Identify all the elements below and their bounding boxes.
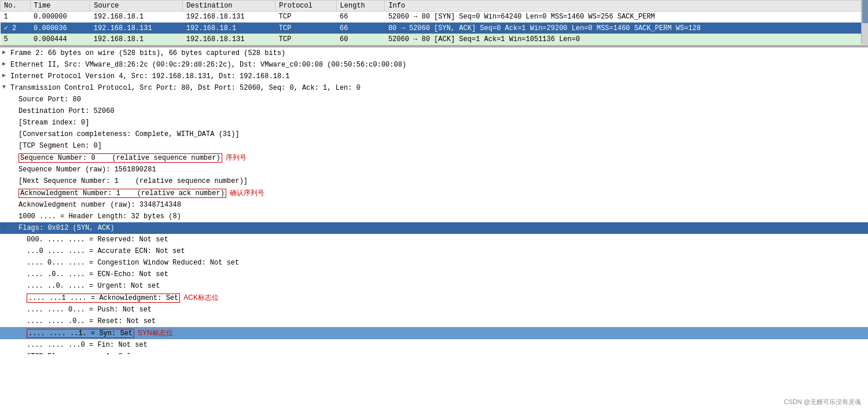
line-text: .... .... ..1. = Syn: SetSYN标志位 — [27, 328, 866, 339]
col-header-source: Source — [90, 1, 183, 12]
cell-length: 66 — [336, 12, 385, 23]
line-text: .... .0.. .... = ECN-Echo: Not set — [27, 269, 866, 280]
line-text: .... ..0. .... = Urgent: Not set — [27, 281, 866, 291]
cell-length: 66 — [336, 23, 385, 34]
table-row[interactable]: ✓ 20.000036192.168.18.131192.168.18.1TCP… — [1, 23, 869, 34]
detail-line[interactable]: Frame 2: 66 bytes on wire (528 bits), 66… — [0, 47, 868, 59]
detail-line: Destination Port: 52060 — [0, 105, 868, 117]
detail-line[interactable]: Ethernet II, Src: VMware_d8:26:2c (00:0c… — [0, 59, 868, 71]
details-panel[interactable]: Frame 2: 66 bytes on wire (528 bits), 66… — [0, 47, 868, 354]
flags-line-text: Flags: 0x012 (SYN, ACK) — [19, 223, 866, 233]
detail-line: Sequence Number: 0 (relative sequence nu… — [0, 152, 868, 164]
line-text: Sequence Number (raw): 1561890281 — [19, 164, 866, 175]
line-text: Acknowledgment Number: 1 (relative ack n… — [19, 188, 866, 199]
line-text: .... .... ...0 = Fin: Not set — [27, 340, 866, 350]
line-text: Destination Port: 52060 — [19, 106, 866, 116]
line-text: .... .... .0.. = Reset: Not set — [27, 316, 866, 326]
line-text: Acknowledgment number (raw): 3348714348 — [19, 200, 866, 210]
detail-line[interactable]: Transmission Control Protocol, Src Port:… — [0, 82, 868, 94]
syn-boxed-text: .... .... ..1. = Syn: Set — [27, 329, 134, 338]
line-text: .... ...1 .... = Acknowledgment: SetACK标… — [27, 292, 866, 303]
cell-destination: 192.168.18.1 — [183, 23, 275, 34]
detail-line[interactable]: Internet Protocol Version 4, Src: 192.16… — [0, 71, 868, 82]
line-text: Ethernet II, Src: VMware_d8:26:2c (00:0c… — [10, 60, 866, 70]
cell-info: 52060 → 80 [SYN] Seq=0 Win=64240 Len=0 M… — [385, 12, 861, 23]
cell-source: 192.168.18.1 — [90, 12, 183, 23]
cell-protocol: TCP — [275, 23, 336, 34]
table-row[interactable]: 50.000444192.168.18.1192.168.18.131TCP60… — [1, 34, 869, 45]
row-arrow: 1 — [1, 12, 31, 23]
packet-scrollbar-thumb[interactable] — [862, 0, 868, 23]
detail-line: [Stream index: 0] — [0, 117, 868, 129]
cell-info: 80 → 52060 [SYN, ACK] Seq=0 Ack=1 Win=29… — [385, 23, 861, 34]
packet-scrollbar[interactable] — [861, 0, 868, 43]
boxed-text: .... ...1 .... = Acknowledgment: Set — [27, 293, 180, 303]
cell-destination: 192.168.18.131 — [183, 34, 275, 45]
col-header-no: No. — [1, 1, 31, 12]
annotation-text: 确认序列号 — [230, 189, 264, 197]
detail-line: 1000 .... = Header Length: 32 bytes (8) — [0, 211, 868, 222]
line-text: [Next Sequence Number: 1 (relative seque… — [19, 176, 866, 186]
cell-time: 0.000000 — [30, 12, 90, 23]
line-text: Internet Protocol Version 4, Src: 192.16… — [10, 71, 866, 82]
detail-line: .... 0... .... = Congestion Window Reduc… — [0, 257, 868, 269]
col-header-info: Info — [385, 1, 861, 12]
row-arrow: 5 — [1, 34, 31, 45]
cell-protocol: TCP — [275, 12, 336, 23]
line-text: 1000 .... = Header Length: 32 bytes (8) — [19, 211, 866, 222]
boxed-text: Acknowledgment Number: 1 (relative ack n… — [19, 189, 226, 198]
table-header-row: No. Time Source Destination Protocol Len… — [1, 1, 869, 12]
detail-line: ...0 .... .... = Accurate ECN: Not set — [0, 245, 868, 257]
annotation-text: ACK标志位 — [183, 293, 219, 302]
line-text: Sequence Number: 0 (relative sequence nu… — [19, 152, 866, 163]
line-text: ...0 .... .... = Accurate ECN: Not set — [27, 246, 866, 256]
line-text: .... 0... .... = Congestion Window Reduc… — [27, 258, 866, 268]
detail-line: [Conversation completeness: Complete, WI… — [0, 129, 868, 140]
detail-line: 000. .... .... = Reserved: Not set — [0, 234, 868, 245]
line-text: Source Port: 80 — [19, 94, 866, 105]
boxed-text: Sequence Number: 0 (relative sequence nu… — [19, 153, 222, 163]
line-text: [TCP Segment Len: 0] — [19, 141, 866, 151]
detail-line: .... ..0. .... = Urgent: Not set — [0, 280, 868, 292]
watermark: CSDN @无糖可乐没有灵魂 — [784, 398, 861, 406]
line-text: Frame 2: 66 bytes on wire (528 bits), 66… — [10, 48, 866, 58]
cell-time: 0.000444 — [30, 34, 90, 45]
flags-chevron-icon — [2, 223, 10, 232]
cell-destination: 192.168.18.131 — [183, 12, 275, 23]
detail-line: [TCP Segment Len: 0] — [0, 140, 868, 152]
line-text: [TCP Flags: ·······A··S·] — [27, 351, 866, 354]
packet-table: No. Time Source Destination Protocol Len… — [0, 0, 868, 45]
col-header-length: Length — [336, 1, 385, 12]
col-header-time: Time — [30, 1, 90, 12]
line-text: Transmission Control Protocol, Src Port:… — [10, 83, 866, 93]
cell-protocol: TCP — [275, 34, 336, 45]
detail-line: [TCP Flags: ·······A··S·] — [0, 351, 868, 354]
line-text: [Stream index: 0] — [19, 118, 866, 128]
cell-time: 0.000036 — [30, 23, 90, 34]
detail-line: [Next Sequence Number: 1 (relative seque… — [0, 175, 868, 187]
detail-line: Acknowledgment number (raw): 3348714348 — [0, 199, 868, 211]
line-text: [Conversation completeness: Complete, WI… — [19, 129, 866, 140]
empty-icon — [2, 60, 10, 68]
detail-line: .... .... .0.. = Reset: Not set — [0, 315, 868, 327]
cell-info: 52060 → 80 [ACK] Seq=1 Ack=1 Win=1051136… — [385, 34, 861, 45]
row-arrow: ✓ 2 — [1, 23, 31, 34]
empty-icon — [2, 71, 10, 80]
detail-line: .... ...1 .... = Acknowledgment: SetACK标… — [0, 292, 868, 304]
empty-icon — [2, 83, 10, 91]
detail-line: Source Port: 80 — [0, 94, 868, 105]
flags-section-line[interactable]: Flags: 0x012 (SYN, ACK) — [0, 222, 868, 234]
cell-source: 192.168.18.1 — [90, 34, 183, 45]
detail-line: Sequence Number (raw): 1561890281 — [0, 164, 868, 175]
table-row[interactable]: 10.000000192.168.18.1192.168.18.131TCP66… — [1, 12, 869, 23]
detail-line: .... .... 0... = Push: Not set — [0, 304, 868, 315]
detail-line: .... .... ...0 = Fin: Not set — [0, 339, 868, 351]
col-header-destination: Destination — [183, 1, 275, 12]
packet-list-area: No. Time Source Destination Protocol Len… — [0, 0, 868, 45]
line-text: .... .... 0... = Push: Not set — [27, 304, 866, 315]
detail-line: Acknowledgment Number: 1 (relative ack n… — [0, 187, 868, 199]
cell-source: 192.168.18.131 — [90, 23, 183, 34]
cell-length: 60 — [336, 34, 385, 45]
detail-line[interactable]: .... .... ..1. = Syn: SetSYN标志位 — [0, 327, 868, 339]
col-header-protocol: Protocol — [275, 1, 336, 12]
